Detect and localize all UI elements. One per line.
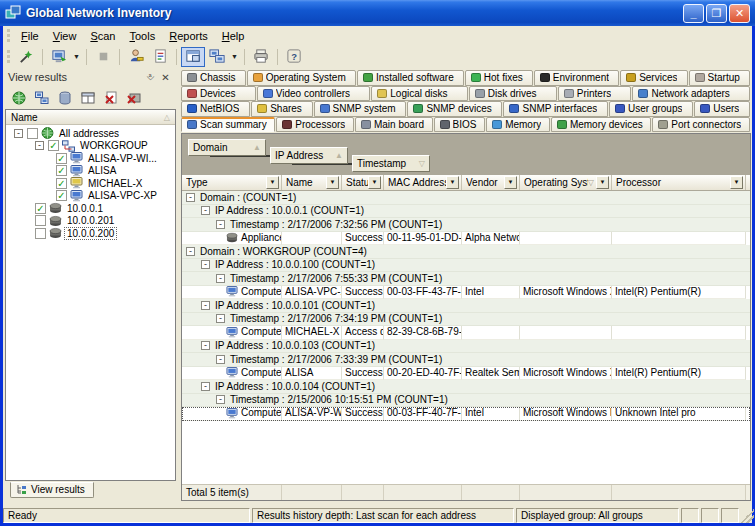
tab-startup[interactable]: Startup bbox=[689, 70, 750, 86]
delete-all-icon[interactable] bbox=[125, 89, 143, 106]
menu-reports[interactable]: Reports bbox=[162, 28, 215, 44]
group-row[interactable]: -IP Address : 10.0.0.100 (COUNT=1) bbox=[182, 259, 750, 273]
scan-dropdown-arrow[interactable]: ▼ bbox=[71, 47, 82, 67]
column-header-processor[interactable]: Processor▼ bbox=[612, 175, 746, 190]
collapse-icon[interactable]: - bbox=[201, 341, 210, 350]
tab-network-adapters[interactable]: Network adapters bbox=[632, 86, 750, 102]
menu-help[interactable]: Help bbox=[215, 28, 252, 44]
collapse-icon[interactable]: - bbox=[216, 274, 225, 283]
collapse-icon[interactable]: - bbox=[186, 247, 195, 256]
column-header-name[interactable]: Name▼ bbox=[282, 175, 342, 190]
group-row[interactable]: -Timestamp : 2/17/2006 7:33:39 PM (COUNT… bbox=[182, 353, 750, 367]
computers-view-button[interactable] bbox=[205, 47, 229, 67]
column-header-operating-system[interactable]: Operating System▽▼ bbox=[520, 175, 612, 190]
group-by-timestamp[interactable]: Timestamp ▽ bbox=[352, 155, 430, 172]
tab-memory-devices[interactable]: Memory devices bbox=[551, 117, 651, 133]
panel-close-icon[interactable]: ✕ bbox=[158, 70, 173, 84]
tree-item-all-addresses[interactable]: -All addresses bbox=[6, 127, 175, 140]
menu-view[interactable]: View bbox=[46, 28, 84, 44]
export-icon[interactable] bbox=[56, 89, 74, 106]
tab-environment[interactable]: Environment bbox=[534, 70, 619, 86]
filter-dropdown-icon[interactable]: ▼ bbox=[504, 176, 517, 189]
filter-dropdown-icon[interactable]: ▼ bbox=[326, 176, 339, 189]
tab-services[interactable]: Services bbox=[620, 70, 687, 86]
checkbox[interactable] bbox=[35, 215, 46, 226]
expander-icon[interactable]: - bbox=[35, 141, 44, 150]
checkbox[interactable]: ✓ bbox=[35, 203, 46, 214]
collapse-icon[interactable]: - bbox=[216, 395, 225, 404]
tab-netbios[interactable]: NetBIOS bbox=[181, 101, 250, 117]
group-row[interactable]: -Domain : WORKGROUP (COUNT=4) bbox=[182, 245, 750, 259]
tree-item-workgroup[interactable]: -✓WORKGROUP bbox=[6, 140, 175, 153]
tab-snmp-interfaces[interactable]: SNMP interfaces bbox=[503, 101, 608, 117]
computers-icon[interactable] bbox=[33, 89, 51, 106]
tree-item-alisa-vpc-xp[interactable]: ✓ALISA-VPC-XP bbox=[6, 190, 175, 203]
checkbox[interactable]: ✓ bbox=[56, 178, 67, 189]
collapse-icon[interactable]: - bbox=[186, 193, 195, 202]
tree-item-10-0-0-201[interactable]: 10.0.0.201 bbox=[6, 215, 175, 228]
tab-operating-system[interactable]: Operating System bbox=[247, 70, 356, 86]
tab-video-controllers[interactable]: Video controllers bbox=[257, 86, 371, 102]
tab-port-connectors[interactable]: Port connectors bbox=[652, 117, 750, 133]
tab-hot-fixes[interactable]: Hot fixes bbox=[465, 70, 533, 86]
tab-snmp-devices[interactable]: SNMP devices bbox=[407, 101, 502, 117]
data-row[interactable]: ComputerMICHAEL-XAccess den82-39-C8-6B-7… bbox=[182, 326, 750, 340]
collapse-icon[interactable]: - bbox=[201, 206, 210, 215]
group-row[interactable]: -Timestamp : 2/17/2006 7:32:56 PM (COUNT… bbox=[182, 218, 750, 232]
tab-installed-software[interactable]: Installed software bbox=[357, 70, 464, 86]
stop-scan-button[interactable] bbox=[91, 47, 115, 67]
group-row[interactable]: -Timestamp : 2/15/2006 10:15:51 PM (COUN… bbox=[182, 394, 750, 408]
pin-icon[interactable]: ⎀ bbox=[143, 70, 158, 84]
data-row[interactable]: ComputerALISASuccess00-20-ED-40-7F-D6Rea… bbox=[182, 367, 750, 381]
column-header-status[interactable]: Status▼ bbox=[342, 175, 384, 190]
collapse-icon[interactable]: - bbox=[216, 355, 225, 364]
checkbox[interactable]: ✓ bbox=[56, 165, 67, 176]
collapse-icon[interactable]: - bbox=[201, 260, 210, 269]
checkbox[interactable]: ✓ bbox=[56, 190, 67, 201]
menu-file[interactable]: File bbox=[14, 28, 46, 44]
scan-wizard-button[interactable] bbox=[14, 47, 38, 67]
view-panels-button[interactable] bbox=[181, 47, 205, 67]
collapse-icon[interactable]: - bbox=[216, 220, 225, 229]
resize-grip[interactable] bbox=[741, 508, 754, 523]
start-scan-button[interactable] bbox=[47, 47, 71, 67]
group-row[interactable]: -IP Address : 10.0.0.103 (COUNT=1) bbox=[182, 340, 750, 354]
data-row[interactable]: ApplianceSuccess00-11-95-01-DD-54Alpha N… bbox=[182, 232, 750, 246]
computers-dropdown-arrow[interactable]: ▼ bbox=[229, 47, 240, 67]
tree-item-michael-x[interactable]: ✓MICHAEL-X bbox=[6, 177, 175, 190]
collapse-icon[interactable]: - bbox=[201, 301, 210, 310]
tab-bios[interactable]: BIOS bbox=[434, 117, 486, 133]
view-results-tab[interactable]: View results bbox=[10, 482, 94, 498]
collapse-icon[interactable]: - bbox=[216, 314, 225, 323]
maximize-button[interactable]: ❐ bbox=[706, 4, 727, 23]
filter-dropdown-icon[interactable]: ▼ bbox=[266, 176, 279, 189]
minimize-button[interactable]: _ bbox=[683, 4, 704, 23]
group-by-domain[interactable]: Domain ▲ bbox=[188, 139, 266, 156]
filter-dropdown-icon[interactable]: ▼ bbox=[730, 176, 743, 189]
menu-tools[interactable]: Tools bbox=[123, 28, 163, 44]
tab-devices[interactable]: Devices bbox=[181, 86, 256, 102]
columns-icon[interactable] bbox=[79, 89, 97, 106]
checkbox[interactable] bbox=[27, 128, 38, 139]
data-row[interactable]: ComputerALISA-VP-WINSuccess00-03-FF-40-7… bbox=[182, 407, 750, 421]
group-row[interactable]: -Domain : (COUNT=1) bbox=[182, 191, 750, 205]
data-row[interactable]: ComputerALISA-VPC-XPSuccess00-03-FF-43-7… bbox=[182, 286, 750, 300]
column-header-vendor[interactable]: Vendor▼ bbox=[462, 175, 520, 190]
tab-printers[interactable]: Printers bbox=[558, 86, 632, 102]
scan-results-icon[interactable] bbox=[10, 89, 28, 106]
tree-item-alisa-vp-wi[interactable]: ✓ALISA-VP-WI... bbox=[6, 152, 175, 165]
group-by-ip-address[interactable]: IP Address ▲ bbox=[270, 147, 348, 164]
filter-dropdown-icon[interactable]: ▼ bbox=[368, 176, 381, 189]
tab-user-groups[interactable]: User groups bbox=[609, 101, 693, 117]
tab-scan-summary[interactable]: Scan summary bbox=[181, 117, 275, 133]
tree-item-alisa[interactable]: ✓ALISA bbox=[6, 165, 175, 178]
tab-main-board[interactable]: Main board bbox=[355, 117, 433, 133]
checkbox[interactable]: ✓ bbox=[48, 140, 59, 151]
tab-snmp-system[interactable]: SNMP system bbox=[314, 101, 407, 117]
credentials-button[interactable] bbox=[124, 47, 148, 67]
group-row[interactable]: -Timestamp : 2/17/2006 7:34:19 PM (COUNT… bbox=[182, 313, 750, 327]
filter-dropdown-icon[interactable]: ▼ bbox=[596, 176, 609, 189]
delete-item-icon[interactable] bbox=[102, 89, 120, 106]
tree-item-10-0-0-200[interactable]: 10.0.0.200 bbox=[6, 227, 175, 240]
help-button[interactable]: ? bbox=[282, 47, 306, 67]
